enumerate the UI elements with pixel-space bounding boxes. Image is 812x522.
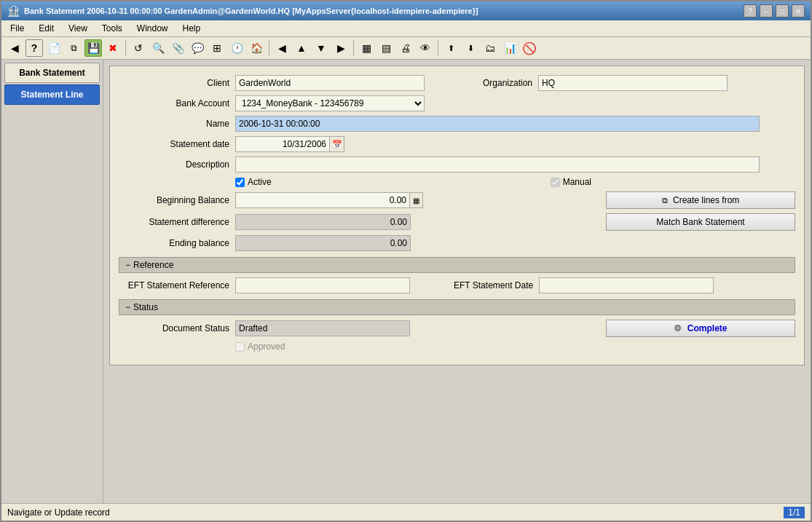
reference-section-header: − Reference [119, 257, 795, 273]
status-message: Navigate or Update record [7, 507, 110, 518]
eft-ref-input[interactable] [235, 277, 410, 293]
window-title: Bank Statement 2006-10-31 00:00:00 Garde… [24, 7, 478, 15]
toolbar-zoom[interactable]: ⊞ [208, 39, 226, 57]
beginning-balance-row: Beginning Balance ▦ ⧉ Create lines from [119, 191, 795, 209]
help-button[interactable]: ? [744, 4, 757, 17]
status-section-title: Status [133, 302, 158, 312]
sidebar-item-statement-line[interactable]: Statement Line [4, 84, 100, 105]
toolbar-save[interactable]: 💾 [84, 39, 102, 57]
menu-window[interactable]: Window [131, 22, 174, 35]
complete-button[interactable]: ⚙ Complete [606, 320, 795, 337]
toolbar-sep-3 [353, 40, 354, 56]
toolbar-preview[interactable]: 👁 [417, 39, 434, 57]
toolbar-sep-1 [125, 40, 126, 56]
manual-checkbox[interactable] [551, 178, 560, 187]
client-row: Client Organization [119, 75, 795, 91]
doc-status-label: Document Status [119, 323, 235, 333]
toolbar-prev[interactable]: ◀ [273, 39, 291, 57]
create-lines-button[interactable]: ⧉ Create lines from [606, 191, 795, 209]
toolbar-help[interactable]: ? [25, 39, 43, 57]
calendar-button[interactable]: 📅 [330, 136, 344, 152]
window-frame: 🏦 Bank Statement 2006-10-31 00:00:00 Gar… [0, 0, 812, 522]
approved-checkbox-label: Approved [235, 341, 285, 352]
toolbar-up[interactable]: ▲ [293, 39, 310, 57]
manual-checkbox-label: Manual [551, 177, 591, 187]
toolbar-new[interactable]: 📄 [45, 39, 63, 57]
menu-tools[interactable]: Tools [96, 22, 128, 35]
toolbar-form[interactable]: ▤ [377, 39, 395, 57]
menu-view[interactable]: View [63, 22, 93, 35]
toolbar-attachment[interactable]: 📎 [169, 39, 186, 57]
active-checkbox[interactable] [235, 178, 245, 187]
org-input[interactable] [538, 75, 728, 91]
toolbar: ◀ ? 📄 ⧉ 💾 ✖ ↺ 🔍 📎 💬 ⊞ 🕐 🏠 ◀ ▲ ▼ ▶ ▦ ▤ 🖨 … [1, 37, 811, 60]
gear-icon: ⚙ [674, 323, 682, 333]
statement-date-label: Statement date [119, 139, 235, 149]
toolbar-close-x[interactable]: 🚫 [521, 39, 538, 57]
eft-ref-label: EFT Statement Reference [119, 280, 235, 290]
ending-balance-input [235, 235, 411, 251]
content-area: Client Organization Bank Account 1234_Mo… [103, 60, 811, 503]
toolbar-next[interactable]: ▶ [332, 39, 350, 57]
ending-balance-label: Ending balance [119, 238, 235, 248]
toolbar-find[interactable]: 🔍 [149, 39, 167, 57]
toolbar-note[interactable]: 💬 [189, 39, 206, 57]
title-bar: 🏦 Bank Statement 2006-10-31 00:00:00 Gar… [1, 1, 811, 20]
reference-section-title: Reference [133, 260, 173, 270]
toolbar-report[interactable]: 📊 [501, 39, 519, 57]
sidebar-item-bank-statement[interactable]: Bank Statement [4, 63, 100, 83]
title-bar-left: 🏦 Bank Statement 2006-10-31 00:00:00 Gar… [7, 5, 478, 17]
menu-bar: File Edit View Tools Window Help [1, 20, 811, 37]
toolbar-export[interactable]: ⬆ [442, 39, 460, 57]
toolbar-home[interactable]: 🏠 [248, 39, 265, 57]
title-controls: ? – □ ✕ [744, 4, 805, 17]
approved-row: Approved [119, 341, 795, 352]
beginning-balance-input[interactable] [235, 192, 410, 208]
match-statement-button[interactable]: Match Bank Statement [606, 213, 795, 231]
toolbar-sep-2 [269, 40, 269, 56]
approved-checkbox[interactable] [235, 342, 245, 352]
close-button[interactable]: ✕ [792, 4, 805, 17]
menu-file[interactable]: File [4, 22, 30, 35]
main-area: Bank Statement Statement Line Client Org… [1, 60, 811, 503]
eft-date-input[interactable] [539, 277, 714, 293]
toolbar-delete[interactable]: ✖ [104, 39, 122, 57]
toolbar-refresh[interactable]: ↺ [130, 39, 147, 57]
manual-label-text: Manual [563, 177, 591, 187]
client-label: Client [119, 78, 235, 88]
status-section-header: − Status [119, 299, 795, 315]
statement-diff-input [235, 214, 411, 230]
description-label: Description [119, 159, 235, 170]
date-input-wrapper: 📅 [235, 136, 344, 152]
statement-date-row: Statement date 📅 [119, 136, 795, 152]
beginning-balance-calc[interactable]: ▦ [410, 192, 423, 208]
minimize-button[interactable]: – [760, 4, 773, 17]
menu-help[interactable]: Help [177, 22, 207, 35]
statement-date-input[interactable] [235, 136, 330, 152]
description-input[interactable] [235, 157, 760, 173]
restore-button[interactable]: □ [776, 4, 789, 17]
bank-account-label: Bank Account [119, 98, 235, 108]
toolbar-copy[interactable]: ⧉ [65, 39, 82, 57]
beginning-balance-wrapper: ▦ [235, 192, 423, 208]
bank-account-select[interactable]: 1234_MoneyBank - 123456789 [235, 95, 425, 111]
client-input[interactable] [235, 75, 425, 91]
toolbar-history[interactable]: 🕐 [228, 39, 245, 57]
menu-edit[interactable]: Edit [33, 22, 60, 35]
toolbar-import[interactable]: ⬇ [462, 39, 479, 57]
ending-balance-row: Ending balance [119, 235, 795, 251]
bank-account-row: Bank Account 1234_MoneyBank - 123456789 [119, 95, 795, 111]
reference-collapse-icon[interactable]: − [125, 260, 130, 270]
name-input[interactable] [235, 116, 760, 132]
approved-label-text: Approved [248, 341, 285, 352]
active-checkbox-label[interactable]: Active [235, 177, 272, 187]
toolbar-archive[interactable]: 🗂 [481, 39, 499, 57]
toolbar-back[interactable]: ◀ [6, 39, 23, 57]
status-collapse-icon[interactable]: − [125, 302, 130, 312]
toolbar-grid[interactable]: ▦ [358, 39, 375, 57]
eft-date-label: EFT Statement Date [454, 280, 533, 290]
toolbar-down[interactable]: ▼ [312, 39, 330, 57]
status-page: 1/1 [784, 507, 805, 518]
eft-ref-row: EFT Statement Reference EFT Statement Da… [119, 277, 795, 293]
toolbar-print[interactable]: 🖨 [397, 39, 414, 57]
